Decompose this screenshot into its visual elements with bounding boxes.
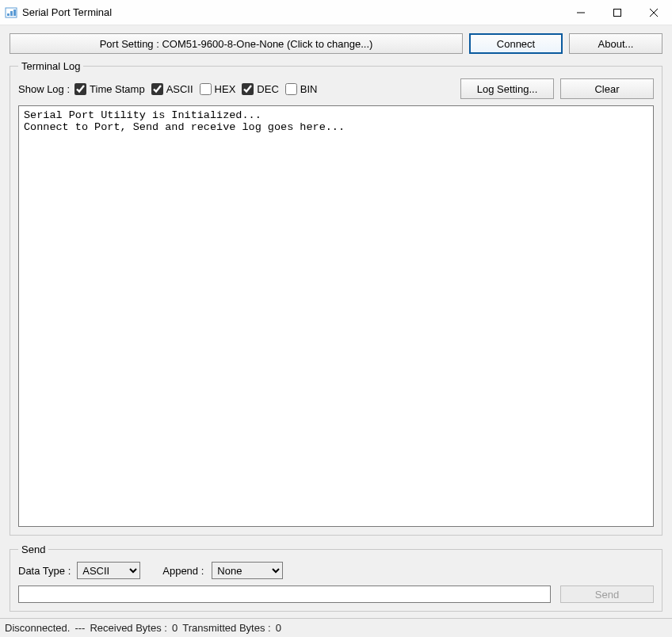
checkbox-ascii-input[interactable] [151,83,163,95]
terminal-log-legend: Terminal Log [18,60,83,72]
checkbox-hex-input[interactable] [200,83,212,95]
checkbox-dec-input[interactable] [242,83,254,95]
title-bar: Serial Port Terminal [0,0,672,25]
append-label: Append : [162,565,204,577]
checkbox-dec-label: DEC [257,83,278,95]
checkbox-hex[interactable]: HEX [200,83,236,95]
close-button[interactable] [636,0,672,25]
checkbox-timestamp-label: Time Stamp [90,83,145,95]
checkbox-bin-label: BIN [300,83,318,95]
connect-button[interactable]: Connect [469,33,563,54]
append-select[interactable]: None [212,562,283,579]
send-legend: Send [18,544,48,555]
minimize-button[interactable] [563,0,599,25]
send-button[interactable]: Send [560,586,654,603]
checkbox-dec[interactable]: DEC [242,83,278,95]
checkbox-ascii[interactable]: ASCII [151,83,193,95]
status-recv-label: Received Bytes : [90,622,167,634]
status-bar: Disconnected. --- Received Bytes : 0 Tra… [0,618,672,637]
checkbox-timestamp[interactable]: Time Stamp [74,83,145,95]
terminal-log-group: Terminal Log Show Log : Time Stamp ASCII… [10,60,662,536]
svg-rect-3 [13,10,16,16]
app-icon [5,6,17,19]
svg-rect-2 [10,11,13,16]
clear-button[interactable]: Clear [560,78,654,99]
status-xmit-value: 0 [276,622,281,634]
status-recv-value: 0 [172,622,178,634]
checkbox-ascii-label: ASCII [166,83,193,95]
checkbox-timestamp-input[interactable] [74,83,86,95]
svg-rect-1 [7,13,10,16]
top-toolbar: Port Setting : COM51-9600-8-One-None (Cl… [0,25,672,59]
datatype-label: Data Type : [18,565,71,577]
status-connection: Disconnected. [5,622,70,634]
showlog-label: Show Log : [18,83,70,95]
about-button[interactable]: About... [569,33,662,54]
maximize-button[interactable] [599,0,636,25]
send-options-row: Data Type : ASCII Append : None [18,562,654,579]
window-title: Serial Port Terminal [22,6,112,18]
datatype-select[interactable]: ASCII [77,562,140,579]
checkbox-bin[interactable]: BIN [285,83,318,95]
log-output[interactable]: Serial Port Utility is Initialized... Co… [18,105,654,527]
send-input[interactable] [18,586,551,603]
checkbox-hex-label: HEX [215,83,236,95]
log-controls: Show Log : Time Stamp ASCII HEX DEC BIN … [18,78,654,99]
send-group: Send Data Type : ASCII Append : None Sen… [10,544,662,612]
status-xmit-label: Transmitted Bytes : [182,622,271,634]
port-setting-button[interactable]: Port Setting : COM51-9600-8-One-None (Cl… [10,33,463,54]
status-separator: --- [74,622,85,634]
send-input-row: Send [18,586,654,603]
log-setting-button[interactable]: Log Setting... [460,78,554,99]
svg-rect-4 [614,9,621,16]
checkbox-bin-input[interactable] [285,83,297,95]
